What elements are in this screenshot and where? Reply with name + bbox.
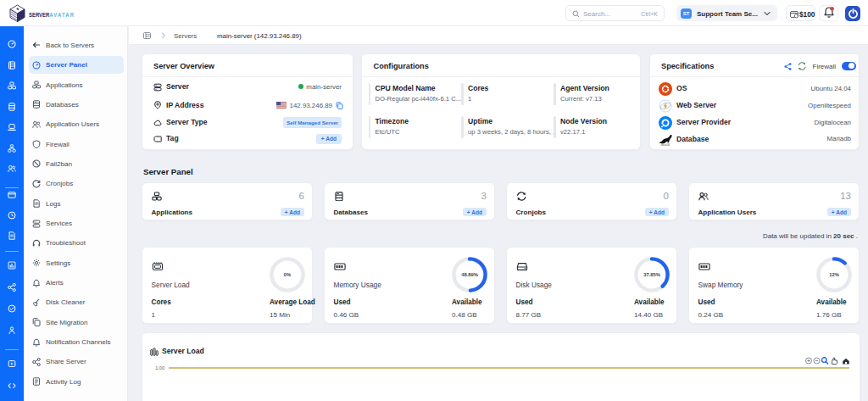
svg-text:MariaDB: MariaDB <box>661 143 670 146</box>
